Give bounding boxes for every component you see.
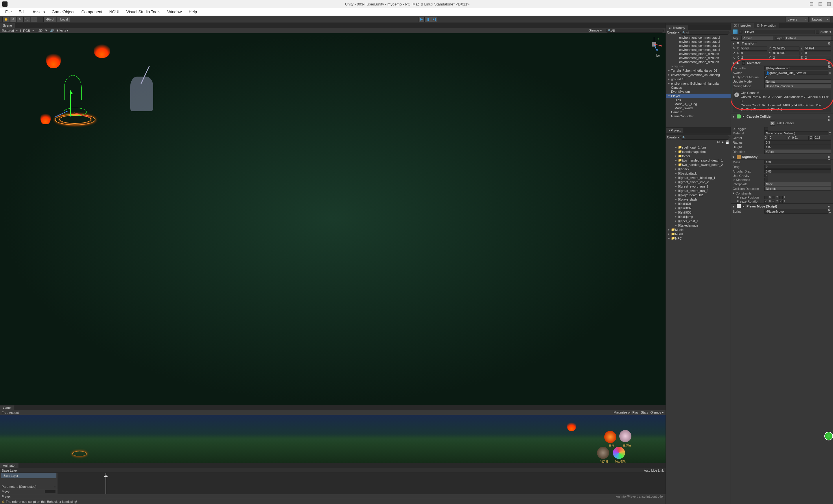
step-button[interactable]: [431, 17, 437, 22]
add-param-button[interactable]: +: [54, 485, 56, 488]
radius-field[interactable]: 0.3: [764, 141, 831, 145]
drag-field[interactable]: 0: [764, 165, 831, 169]
scene-2d[interactable]: 2D: [39, 29, 43, 32]
console-preview[interactable]: ⚠ The referenced script on this Behaviou…: [0, 499, 666, 504]
project-filter-icon[interactable]: ⦿: [717, 141, 720, 144]
tab-game[interactable]: Game: [0, 405, 15, 410]
interpolate-dropdown[interactable]: None: [764, 182, 831, 186]
rot-x[interactable]: 0: [740, 51, 767, 55]
active-checkbox[interactable]: ✓: [739, 30, 742, 33]
pos-z[interactable]: 51.624: [804, 47, 831, 51]
menu-file[interactable]: File: [2, 8, 15, 15]
menu-ngui[interactable]: NGUI: [106, 8, 122, 15]
culling-mode-dropdown[interactable]: Based On Renderers: [764, 84, 831, 88]
tab-animator[interactable]: Animator: [0, 463, 19, 468]
menu-window[interactable]: Window: [164, 8, 185, 15]
edit-collider-button[interactable]: ▣: [770, 121, 775, 126]
play-button[interactable]: [418, 17, 425, 22]
is-trigger-checkbox[interactable]: [764, 127, 768, 131]
object-name-field[interactable]: Player: [744, 30, 814, 34]
menu-assets[interactable]: Assets: [30, 8, 48, 15]
tab-project[interactable]: ▪ Project: [666, 128, 684, 133]
rot-z[interactable]: 0: [804, 51, 831, 55]
scene-light-icon[interactable]: ☀: [45, 29, 48, 32]
tab-inspector[interactable]: ⓘ Inspector: [731, 23, 754, 28]
view-gizmo-icon[interactable]: yxz: [645, 35, 663, 53]
project-tree[interactable]: ▸📁 spell_cast_1.fbm ▸📁 takedamage.fbm ▸📁…: [666, 145, 731, 504]
component-playermove[interactable]: ▾ ✓ Player Move (Script) ■ ⚙: [731, 203, 833, 209]
gameobject-icon[interactable]: [733, 29, 738, 34]
parameters-header[interactable]: Parameters [Connected]: [2, 485, 36, 488]
gear-icon[interactable]: ■ ⚙: [828, 115, 831, 118]
component-animator[interactable]: ▾ ▶ ✓ Animator ■ ⚙: [731, 60, 833, 66]
hierarchy-search[interactable]: 🔍 All: [680, 31, 730, 35]
hierarchy-create[interactable]: Create ▾: [667, 31, 679, 34]
project-search[interactable]: 🔍: [680, 135, 730, 140]
phys-material-field[interactable]: None (Physic Material): [764, 131, 828, 135]
capsule-enabled-checkbox[interactable]: ✓: [742, 115, 745, 118]
game-viewport[interactable]: 挂符 重甲骑 猎刀男 骑士套装: [0, 415, 666, 463]
maximize-on-play[interactable]: Maximize on Play: [614, 411, 638, 414]
update-mode-dropdown[interactable]: Normal: [764, 79, 831, 83]
project-save-icon[interactable]: 💾: [725, 141, 730, 144]
menu-edit[interactable]: Edit: [16, 8, 29, 15]
pos-y[interactable]: 22.59229: [772, 47, 799, 51]
scene-effects[interactable]: Effects ▾: [56, 29, 69, 32]
scene-gizmos[interactable]: Gizmos ▾: [589, 29, 602, 32]
controller-field[interactable]: ⊞ Playertranscript: [764, 66, 828, 70]
pos-x[interactable]: 55.58: [740, 47, 767, 51]
menu-vstools[interactable]: Visual Studio Tools: [123, 8, 163, 15]
root-motion-checkbox[interactable]: ✓: [764, 75, 768, 79]
gear-icon[interactable]: ■ ⚙: [828, 61, 831, 65]
script-enabled-checkbox[interactable]: ✓: [742, 205, 745, 208]
menu-component[interactable]: Component: [78, 8, 105, 15]
scene-shading[interactable]: Textured: [2, 29, 14, 32]
direction-dropdown[interactable]: Y-Axis: [764, 150, 831, 154]
rect-tool-icon[interactable]: ▭: [31, 17, 37, 22]
pivot-toggle[interactable]: ● Pivot: [43, 17, 56, 22]
avatar-field[interactable]: 👤 great_sword_idle_2Avatar: [764, 71, 828, 75]
scene-search[interactable]: 🔍 All: [606, 29, 664, 33]
hand-tool-icon[interactable]: ✋: [2, 17, 10, 22]
component-rigidbody[interactable]: ▾ Rigidbody ■ ⚙: [731, 154, 833, 160]
local-toggle[interactable]: ○ Local: [57, 17, 70, 22]
scl-x[interactable]: 2: [740, 56, 767, 60]
scene-viewport[interactable]: yxz Iso: [0, 33, 666, 405]
component-transform[interactable]: ▾ ⤧ Transform ⚙: [731, 41, 833, 46]
component-capsule-collider[interactable]: ▾ ✓ Capsule Collider ■ ⚙: [731, 114, 833, 119]
auto-live-link[interactable]: Auto Live Link: [644, 469, 664, 472]
menu-help[interactable]: Help: [186, 8, 200, 15]
scl-z[interactable]: 2: [804, 56, 831, 60]
game-stats[interactable]: Stats: [641, 411, 648, 414]
move-tool-icon[interactable]: ✥: [10, 17, 17, 22]
animator-graph[interactable]: [58, 473, 666, 494]
layer-baselayer[interactable]: Base Layer: [1, 473, 56, 478]
menu-gameobject[interactable]: GameObject: [49, 8, 77, 15]
game-gizmos[interactable]: Gizmos ▾: [650, 411, 664, 414]
layers-dropdown[interactable]: Layers ▾: [786, 17, 809, 22]
kinematic-checkbox[interactable]: [764, 178, 768, 181]
gear-icon[interactable]: ⚙: [828, 42, 831, 45]
game-aspect[interactable]: Free Aspect: [2, 411, 19, 414]
layout-dropdown[interactable]: Layout ▾: [810, 17, 830, 22]
tab-hierarchy[interactable]: ≡ Hierarchy: [666, 25, 688, 30]
minimize-button[interactable]: [810, 2, 813, 6]
tab-navigation[interactable]: ⛋ Navigation: [754, 23, 779, 28]
project-create[interactable]: Create ▾: [667, 135, 679, 139]
gear-icon[interactable]: ■ ⚙: [828, 205, 831, 208]
angdrag-field[interactable]: 0.05: [764, 169, 831, 173]
collision-dropdown[interactable]: Discrete: [764, 187, 831, 191]
close-button[interactable]: [827, 2, 831, 6]
height-field[interactable]: 1.87: [764, 145, 831, 149]
tag-dropdown[interactable]: Player: [741, 36, 773, 40]
scene-color[interactable]: RGB: [23, 29, 30, 32]
param-move[interactable]: Move: [2, 490, 9, 493]
scl-y[interactable]: 2: [772, 56, 799, 60]
rot-y[interactable]: 90.00002: [772, 51, 799, 55]
animator-enabled-checkbox[interactable]: ✓: [742, 61, 745, 65]
scale-tool-icon[interactable]: ⛶: [23, 17, 30, 22]
static-checkbox[interactable]: [816, 30, 819, 33]
hierarchy-tree[interactable]: environment_common_xuedi environment_com…: [666, 35, 731, 127]
script-field[interactable]: ▪ PlayerMove: [764, 209, 828, 213]
maximize-button[interactable]: [818, 2, 822, 6]
